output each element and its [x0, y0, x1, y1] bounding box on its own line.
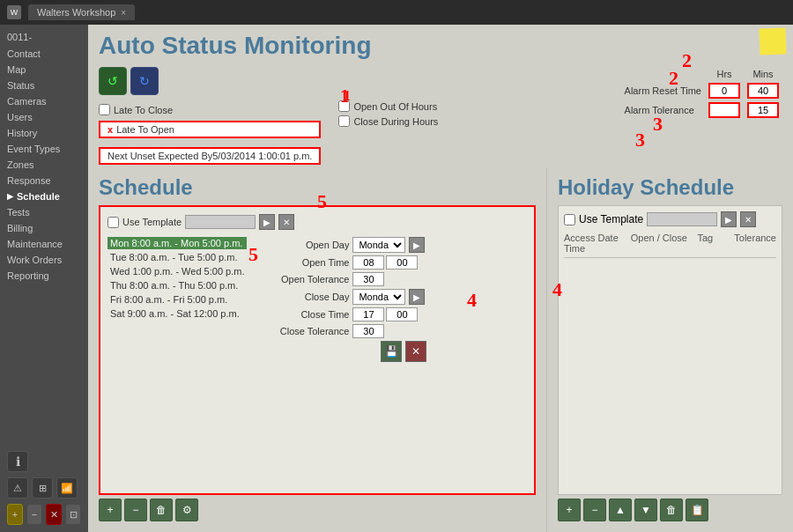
schedule-item-4[interactable]: Fri 8:00 a.m. - Fri 5:00 p.m.	[107, 293, 247, 306]
sidebar-item-maintenance[interactable]: Maintenance	[0, 236, 88, 252]
open-out-of-hours-label[interactable]: Open Out Of Hours	[338, 100, 438, 112]
form-save-button[interactable]: 💾	[381, 341, 402, 362]
form-action-buttons: 💾 ✕	[352, 341, 426, 362]
auto-status-section: Auto Status Monitoring ↺ ↻ Late To Close	[88, 25, 793, 168]
close-time-inputs	[352, 307, 426, 321]
close-during-hours-label[interactable]: Close During Hours	[338, 115, 438, 127]
holiday-use-template-label: Use Template	[579, 213, 643, 225]
template-input[interactable]	[185, 215, 256, 229]
alarm-reset-mins-input[interactable]	[747, 83, 779, 99]
close-during-hours-checkbox[interactable]	[338, 115, 350, 127]
late-to-open-button[interactable]: x Late To Open	[99, 121, 321, 138]
schedule-item-0[interactable]: Mon 8:00 a.m. - Mon 5:00 p.m.	[107, 237, 247, 249]
schedule-settings-button[interactable]: ⚙	[175, 499, 198, 521]
add-bottom-button[interactable]: +	[7, 504, 23, 525]
holiday-template-clear-button[interactable]: ✕	[740, 211, 756, 227]
refresh-icon-button[interactable]: ↻	[130, 67, 159, 95]
alarm-tolerance-hrs-input[interactable]	[708, 102, 740, 118]
close-time-hours-input[interactable]	[352, 307, 384, 321]
grid-icon-button[interactable]: ⊞	[32, 477, 53, 499]
signal-icon-button[interactable]: 📶	[56, 477, 78, 499]
holiday-use-template-checkbox[interactable]	[564, 214, 575, 225]
alarm-tolerance-mins-input[interactable]	[747, 102, 779, 118]
badge-4: 4	[552, 278, 562, 301]
sidebar-item-reporting[interactable]: Reporting	[0, 268, 88, 284]
open-time-label: Open Time	[261, 257, 349, 268]
sidebar-item-map[interactable]: Map	[0, 62, 88, 78]
holiday-title: Holiday Schedule	[558, 175, 782, 200]
sidebar-item-contact[interactable]: Contact	[0, 46, 88, 62]
sidebar-item-schedule[interactable]: ▶ Schedule	[0, 188, 88, 204]
mins-header: Mins	[744, 67, 782, 81]
tab-close-button[interactable]: ×	[121, 8, 126, 18]
remove-bottom-button[interactable]: −	[26, 504, 42, 525]
sidebar-item-billing[interactable]: Billing	[0, 220, 88, 236]
app-tab[interactable]: Walters Workshop ×	[28, 4, 135, 20]
holiday-box: Use Template ▶ ✕ Access Date Time Open /…	[558, 205, 782, 495]
close-day-label: Close Day	[261, 292, 349, 302]
sidebar-item-event-types[interactable]: Event Types	[0, 141, 88, 157]
sidebar-item-history[interactable]: History	[0, 125, 88, 141]
open-time-mins-input[interactable]	[386, 255, 418, 270]
holiday-add-button[interactable]: +	[558, 499, 581, 521]
use-template-checkbox[interactable]	[107, 217, 119, 228]
badge-2-overlay: 2	[682, 49, 692, 72]
sidebar-item-cameras[interactable]: Cameras	[0, 93, 88, 109]
schedule-panel: Schedule Use Template ▶ ✕ Mon 8:00 a.m. …	[88, 168, 546, 532]
schedule-form: Open Day Monday ▶ Open Time	[261, 237, 448, 362]
holiday-move-up-button[interactable]: ▲	[609, 499, 632, 521]
late-to-close-checkbox-label[interactable]: Late To Close	[99, 104, 321, 115]
holiday-remove-button[interactable]: −	[583, 499, 606, 521]
sidebar-item-zones[interactable]: Zones	[0, 157, 88, 173]
holiday-panel: Holiday Schedule Use Template ▶ ✕ Access…	[546, 168, 793, 532]
open-day-select[interactable]: Monday	[352, 237, 405, 253]
open-tolerance-label: Open Tolerance	[261, 274, 349, 284]
close-tolerance-input[interactable]	[352, 324, 384, 338]
settings-bottom-button[interactable]: ⊡	[65, 504, 81, 525]
sidebar-bottom-icons: ℹ ⚠ ⊞ 📶 + − ✕ ⊡	[0, 444, 88, 532]
holiday-template-input[interactable]	[647, 212, 717, 226]
open-tolerance-input[interactable]	[352, 272, 384, 286]
alarm-reset-hrs-input[interactable]	[708, 83, 740, 99]
schedule-item-3[interactable]: Thu 8:00 a.m. - Thu 5:00 p.m.	[107, 279, 247, 292]
badge-2: 2	[669, 67, 678, 90]
open-time-hours-input[interactable]	[352, 255, 384, 270]
sidebar-item-work-orders[interactable]: Work Orders	[0, 252, 88, 268]
delete-bottom-button[interactable]: ✕	[46, 504, 62, 525]
form-cancel-button[interactable]: ✕	[405, 341, 426, 362]
alarm-table: Hrs Mins Alarm Reset Time Alarm	[621, 67, 782, 120]
holiday-move-down-button[interactable]: ▼	[634, 499, 657, 521]
middle-checkboxes: Open Out Of Hours Close During Hours	[338, 100, 438, 127]
holiday-column-headers: Access Date Time Open / Close Tag Tolera…	[564, 233, 776, 258]
sidebar-item-users[interactable]: Users	[0, 109, 88, 125]
rewind-icon-button[interactable]: ↺	[99, 67, 127, 95]
sidebar-item-response[interactable]: Response	[0, 173, 88, 188]
hrs-header: Hrs	[705, 67, 744, 81]
holiday-copy-button[interactable]: 📋	[686, 499, 708, 521]
close-day-arrow-icon[interactable]: ▶	[409, 289, 425, 305]
close-time-mins-input[interactable]	[386, 307, 418, 321]
schedule-item-2[interactable]: Wed 1:00 p.m. - Wed 5:00 p.m.	[107, 265, 247, 277]
schedule-item-1[interactable]: Tue 8:00 a.m. - Tue 5:00 p.m.	[107, 251, 247, 263]
schedule-remove-button[interactable]: −	[124, 499, 147, 521]
open-day-arrow-icon[interactable]: ▶	[409, 237, 425, 253]
template-clear-button[interactable]: ✕	[278, 214, 294, 230]
alarm-icon-button[interactable]: ⚠	[7, 477, 28, 499]
close-tolerance-label: Close Tolerance	[261, 326, 349, 336]
schedule-item-5[interactable]: Sat 9:00 a.m. - Sat 12:00 p.m.	[107, 307, 247, 320]
title-bar: W Walters Workshop ×	[0, 0, 793, 25]
holiday-delete-button[interactable]: 🗑	[660, 499, 683, 521]
sidebar-item-status[interactable]: Status	[0, 78, 88, 93]
site-id: 0011-	[0, 28, 88, 46]
sidebar-item-tests[interactable]: Tests	[0, 204, 88, 220]
schedule-delete-button[interactable]: 🗑	[150, 499, 173, 521]
late-to-close-checkbox[interactable]	[99, 104, 110, 115]
bottom-section: Schedule Use Template ▶ ✕ Mon 8:00 a.m. …	[88, 168, 793, 532]
info-icon-button[interactable]: ℹ	[7, 451, 28, 472]
badge-5-overlay: 5	[317, 190, 327, 213]
close-day-select[interactable]: Monday	[352, 289, 405, 305]
schedule-add-button[interactable]: +	[99, 499, 122, 521]
holiday-template-nav-button[interactable]: ▶	[721, 211, 737, 227]
template-nav-button[interactable]: ▶	[259, 214, 275, 230]
open-time-inputs	[352, 255, 426, 270]
